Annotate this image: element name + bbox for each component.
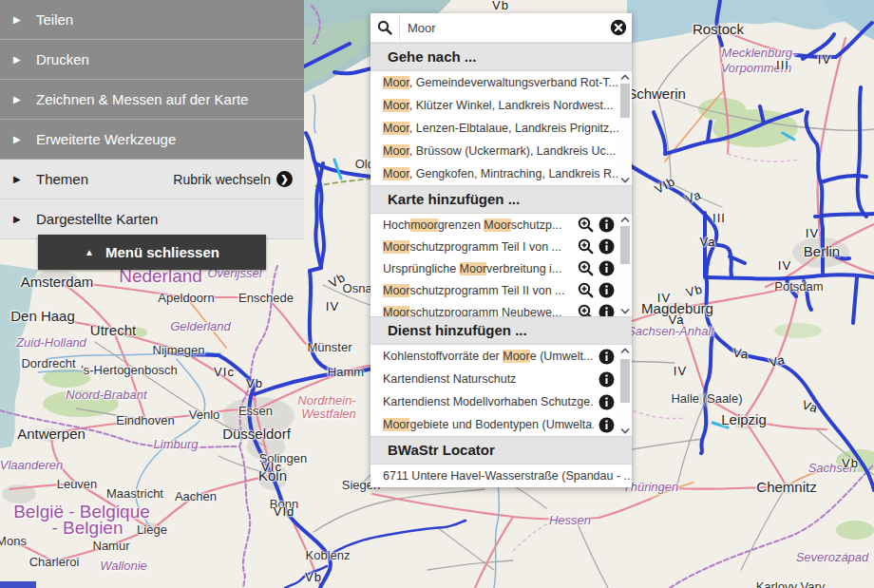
city-label: Halle (Saale) <box>671 391 742 406</box>
zoom-to-result-button[interactable] <box>577 304 594 317</box>
result-info-button[interactable] <box>598 348 615 365</box>
country-label: - Belgien <box>52 518 124 539</box>
menu-item-teilen[interactable]: ▶Teilen <box>0 0 304 40</box>
menu-close-button[interactable]: ▲ Menü schliessen <box>38 235 266 270</box>
menu-item-label: Themen <box>36 171 88 187</box>
result-item[interactable]: Ursprüngliche Moorverbreitung i... <box>370 257 618 279</box>
result-info-button[interactable] <box>598 304 615 317</box>
clear-search-button[interactable] <box>605 19 632 36</box>
magnifier-plus-icon <box>578 238 594 255</box>
scroll-down-button[interactable] <box>620 174 630 185</box>
scroll-thumb[interactable] <box>620 226 630 264</box>
menu-item-label: Zeichnen & Messen auf der Karte <box>36 91 248 107</box>
menu-item-zeichnen-messen-auf-der-karte[interactable]: ▶Zeichnen & Messen auf der Karte <box>0 80 304 120</box>
map-viewport[interactable]: AmsterdamDen HaagUtrechtApeldoornEnsched… <box>0 0 874 588</box>
scrollbar[interactable] <box>618 214 632 316</box>
city-label: Solingen <box>259 451 308 465</box>
result-info-button[interactable] <box>598 238 615 256</box>
scroll-thumb[interactable] <box>620 84 630 118</box>
result-item[interactable]: 6711 Untere Havel-Wasserstraße (Spandau … <box>370 465 632 487</box>
match-highlight: Moor <box>383 144 409 158</box>
chevron-down-icon <box>620 177 630 183</box>
region-label: Sachsen <box>808 461 857 475</box>
match-highlight: Moor <box>383 306 409 317</box>
scroll-up-button[interactable] <box>620 214 630 225</box>
scroll-down-button[interactable] <box>620 305 630 316</box>
scroll-up-button[interactable] <box>620 71 630 83</box>
result-item-actions <box>573 260 618 277</box>
zoom-to-result-button[interactable] <box>577 217 594 234</box>
search-input[interactable] <box>399 14 605 41</box>
text-segment: , Gengkofen, Mintraching, Landkreis R... <box>409 167 618 180</box>
zoom-to-result-button[interactable] <box>577 238 594 256</box>
result-item[interactable]: Kartendienst Modellvorhaben Schutzge... <box>370 390 618 413</box>
result-item[interactable]: Moor, Gemeindeverwaltungsverband Rot-T..… <box>370 71 618 94</box>
menu-item-themen[interactable]: ▶ThemenRubrik wechseln❯ <box>0 160 304 199</box>
zoom-to-result-button[interactable] <box>577 260 594 277</box>
info-circle-icon <box>598 417 615 433</box>
text-segment: , Klützer Winkel, Landkreis Nordwest... <box>409 99 614 112</box>
result-item[interactable]: Moorschutzprogramm Teil II von ... <box>370 279 618 301</box>
scroll-thumb[interactable] <box>620 359 630 403</box>
result-info-button[interactable] <box>598 393 615 410</box>
scroll-up-button[interactable] <box>620 345 630 356</box>
menu: ▶Teilen▶Drucken▶Zeichnen & Messen auf de… <box>0 0 304 239</box>
waterway-class-label: Va <box>669 313 685 327</box>
search-panel: Gehe nach ...Moor, Gemeindeverwaltungsve… <box>370 13 632 487</box>
result-item-text: Moor, Gengkofen, Mintraching, Landkreis … <box>383 167 618 180</box>
section-list-karte: Hochmoorgrenzen Moorschutzp...Moorschutz… <box>370 214 632 316</box>
circle-x-icon <box>610 19 627 36</box>
text-segment: Kartendienst Modellvorhaben Schutzge... <box>383 395 594 408</box>
result-info-button[interactable] <box>598 416 615 433</box>
result-item[interactable]: Moorschutzprogramm Neubewe... <box>370 301 618 316</box>
chevron-right-circle-icon: ❯ <box>276 171 293 187</box>
result-item[interactable]: Moor, Brüssow (Uckermark), Landkreis Uc.… <box>370 140 618 162</box>
result-item[interactable]: Kartendienst Naturschutz <box>370 368 618 390</box>
scrollbar[interactable] <box>618 71 632 185</box>
text-segment: , Lenzen-Elbtalaue, Landkreis Prignitz,.… <box>409 122 618 135</box>
result-info-button[interactable] <box>598 282 615 299</box>
result-info-button[interactable] <box>598 217 615 234</box>
result-item[interactable]: Moorschutzprogramm Teil I von ... <box>370 236 618 257</box>
menu-item-dargestellte-karten[interactable]: ▶Dargestellte Karten <box>0 199 304 239</box>
waterway-class-label: Vb <box>246 376 263 390</box>
waterway-class-label: VId <box>274 504 295 519</box>
city-label: Liège <box>137 522 167 537</box>
city-label: Leuven <box>57 477 98 491</box>
zoom-to-result-button[interactable] <box>577 282 594 299</box>
menu-item-label: Erweiterte Werkzeuge <box>36 131 176 147</box>
city-label: Bonn <box>270 497 298 511</box>
result-item[interactable]: Kohlenstoffvorräte der Moore (Umwelt... <box>370 345 618 368</box>
menu-item-erweiterte-werkzeuge[interactable]: ▶Erweiterte Werkzeuge <box>0 120 304 160</box>
match-highlight: Moor <box>503 350 529 363</box>
city-label: Antwerpen <box>17 426 86 442</box>
menu-item-drucken[interactable]: ▶Drucken <box>0 40 304 80</box>
result-rows: Moor, Gemeindeverwaltungsverband Rot-T..… <box>370 71 618 185</box>
info-circle-icon <box>598 349 615 365</box>
waterway-class-label: Va <box>732 345 750 361</box>
match-highlight: Moor <box>383 167 409 180</box>
waterway-class-label: III <box>712 211 726 225</box>
result-info-button[interactable] <box>598 260 615 277</box>
result-item[interactable]: Moor, Lenzen-Elbtalaue, Landkreis Prigni… <box>370 117 618 140</box>
text-segment: Kartendienst Naturschutz <box>383 372 516 386</box>
result-item-text: Hochmoorgrenzen Moorschutzp... <box>383 218 573 232</box>
city-label: Koblenz <box>306 548 351 562</box>
result-item-text: Moor, Klützer Winkel, Landkreis Nordwest… <box>383 99 618 112</box>
result-item[interactable]: Moor, Klützer Winkel, Landkreis Nordwest… <box>370 94 618 117</box>
waterway-class-label: VIc <box>214 365 235 379</box>
result-info-button[interactable] <box>598 370 615 388</box>
result-item[interactable]: Moor, Gengkofen, Mintraching, Landkreis … <box>370 162 618 185</box>
match-highlight: Moor <box>383 76 409 89</box>
text-segment: schutzprogramm Teil I von ... <box>409 240 561 254</box>
result-item[interactable]: Hochmoorgrenzen Moorschutzp... <box>370 214 618 236</box>
result-item[interactable]: Moorgebiete und Bodentypen (Umwelta... <box>370 413 618 436</box>
scroll-down-button[interactable] <box>620 425 630 436</box>
city-label: Schwerin <box>627 85 686 102</box>
scrollbar[interactable] <box>618 345 632 436</box>
menu-action-rubrik-wechseln[interactable]: Rubrik wechseln❯ <box>173 171 293 187</box>
region-label: Zuid-Holland <box>16 335 86 350</box>
result-item-text: Moor, Gemeindeverwaltungsverband Rot-T..… <box>383 76 618 89</box>
result-item-actions <box>573 217 618 234</box>
city-label: Köln <box>258 467 287 484</box>
